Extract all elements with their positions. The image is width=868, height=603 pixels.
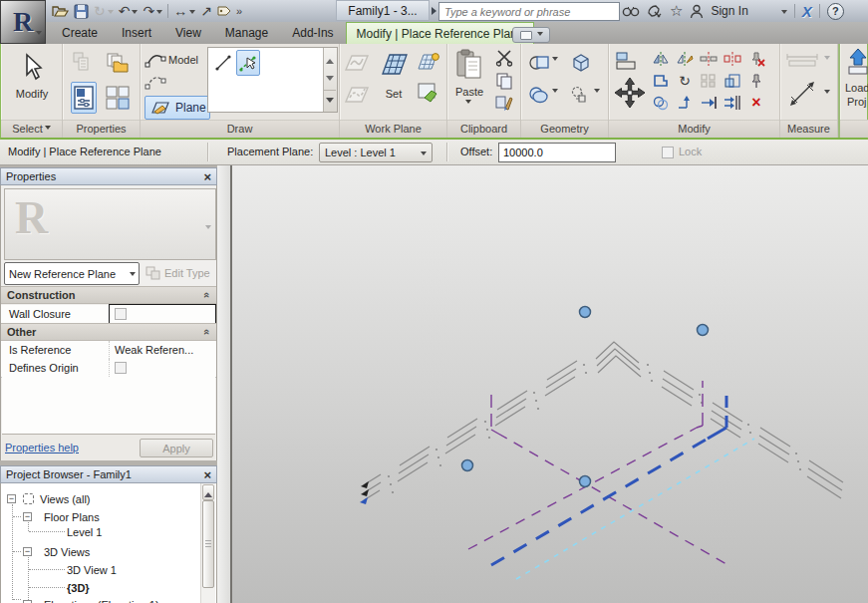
move-icon[interactable] (611, 76, 649, 114)
offset-icon[interactable] (651, 94, 671, 112)
cut-geometry-icon[interactable] (527, 52, 551, 74)
search-icon[interactable] (622, 2, 640, 20)
cope-geometry-icon[interactable] (569, 84, 593, 106)
scroll-up-icon[interactable] (202, 484, 214, 500)
gallery-expand-icon[interactable] (324, 90, 336, 113)
copy-icon[interactable] (493, 71, 515, 91)
ribbon-state-toggle[interactable] (512, 27, 550, 43)
properties-help-link[interactable]: Properties help (5, 442, 79, 453)
aligned-dimension-icon[interactable]: ↗ (200, 2, 212, 20)
uncut-caret-icon[interactable] (552, 89, 558, 96)
gallery-scroll-down-icon[interactable] (324, 69, 336, 91)
scrollbar-thumb[interactable] (202, 500, 214, 588)
properties-close-icon[interactable]: × (203, 170, 211, 183)
cope-icon[interactable] (651, 72, 671, 90)
viewer-button[interactable] (416, 80, 441, 104)
tab-view[interactable]: View (163, 22, 213, 44)
save-icon[interactable] (74, 2, 89, 20)
rotate-icon[interactable]: ↻ (675, 72, 695, 90)
tree-item-3d-view-1[interactable]: 3D View 1 (67, 561, 117, 578)
drawing-area[interactable] (217, 165, 868, 603)
modify-button[interactable] (17, 50, 47, 84)
collapse-chevron-icon-2[interactable]: « (201, 329, 213, 335)
paste-button[interactable] (453, 47, 485, 83)
node-handle[interactable] (698, 325, 709, 336)
multi-align-icon[interactable] (723, 94, 742, 112)
family-types-button[interactable] (71, 48, 97, 78)
qat-expand-icon[interactable]: » (236, 2, 242, 20)
split-element-icon[interactable] (699, 50, 719, 68)
sign-in-button[interactable]: Sign In (711, 4, 747, 18)
pick-lines-tool[interactable] (236, 50, 260, 76)
search-box[interactable] (438, 2, 620, 21)
model-view-3d[interactable] (232, 165, 868, 603)
open-icon[interactable] (52, 2, 69, 20)
collapse-box-icon[interactable]: − (23, 547, 32, 556)
application-menu-button[interactable]: R (0, 0, 46, 44)
panel-label-properties[interactable]: Properties (63, 120, 140, 138)
node-handle[interactable] (580, 307, 591, 318)
set-button-label[interactable]: Set (378, 88, 410, 100)
node-handle[interactable] (462, 460, 473, 471)
new-family-button[interactable] (105, 48, 131, 78)
is-reference-value[interactable]: Weak Referen... (109, 341, 216, 359)
collapse-chevron-icon[interactable]: « (201, 292, 213, 298)
move-to-level-icon[interactable] (675, 94, 695, 112)
align-to-wall-icon[interactable] (699, 94, 719, 112)
mirror-draw-axis-icon[interactable] (675, 50, 695, 68)
type-preview[interactable]: R (4, 188, 216, 260)
paste-caret-icon[interactable] (465, 100, 471, 107)
project-browser-header[interactable]: Project Browser - Family1 × (0, 465, 217, 483)
sync-icon[interactable]: ↻ (94, 2, 114, 20)
exchange-apps-icon[interactable]: X (802, 3, 812, 20)
family-category-button[interactable] (105, 82, 131, 114)
tab-manage[interactable]: Manage (213, 22, 280, 44)
project-browser-close-icon[interactable]: × (203, 468, 211, 481)
sync-dropdown-icon[interactable] (108, 10, 114, 17)
offset-input[interactable] (498, 143, 616, 162)
undo-icon[interactable]: ↶ (119, 2, 139, 20)
plane-button[interactable]: Plane (145, 96, 210, 120)
type-selector[interactable]: New Reference Plane (4, 262, 140, 285)
panel-label-geometry[interactable]: Geometry (521, 120, 608, 138)
tree-item-3d-views[interactable]: − 3D Views (23, 543, 90, 560)
placement-plane-select[interactable]: Level : Level 1 (319, 143, 433, 162)
redo-icon[interactable]: ↷ (143, 2, 162, 20)
tab-modify-place-reference-plane[interactable]: Modify | Place Reference Plane (346, 22, 535, 44)
communication-center-icon[interactable] (647, 2, 663, 20)
delete-icon[interactable]: × (746, 94, 766, 112)
align-icon[interactable] (613, 50, 639, 72)
panel-label-select[interactable]: Select (1, 120, 62, 138)
undo-dropdown-icon[interactable] (132, 10, 138, 17)
wall-closure-checkbox[interactable] (115, 308, 127, 320)
model-line-icon[interactable] (145, 52, 166, 68)
favorites-star-icon[interactable]: ☆ (670, 2, 683, 20)
gallery-scroll-up-icon[interactable] (324, 48, 336, 70)
modify-button-label[interactable]: Modify (1, 88, 63, 100)
mirror-pick-axis-icon[interactable] (651, 50, 671, 68)
unpin-icon[interactable] (746, 50, 766, 68)
tab-add-ins[interactable]: Add-Ins (280, 22, 345, 44)
node-handle[interactable] (580, 476, 591, 487)
load-button-label-2[interactable]: Proj (840, 96, 868, 108)
search-input[interactable] (442, 3, 618, 20)
properties-header[interactable]: Properties × (0, 167, 217, 185)
tab-insert[interactable]: Insert (110, 22, 163, 44)
scale-icon[interactable] (723, 72, 742, 90)
tag-icon[interactable] (217, 2, 231, 20)
defines-origin-checkbox[interactable] (115, 362, 127, 374)
show-work-plane-button[interactable] (416, 50, 441, 74)
draw-line-tool[interactable] (212, 52, 234, 74)
symbolic-line-icon[interactable] (145, 74, 166, 90)
project-browser-scrollbar[interactable] (200, 483, 215, 603)
model-button[interactable]: Model (168, 54, 198, 66)
tab-create[interactable]: Create (50, 22, 110, 44)
tree-item-elevations[interactable]: − Elevations (Elevation 1) (23, 596, 159, 603)
group-other[interactable]: Other « (1, 323, 216, 341)
panel-label-measure[interactable]: Measure (780, 120, 837, 138)
sign-in-dropdown-icon[interactable] (781, 10, 787, 17)
panel-label-draw[interactable]: Draw (141, 120, 339, 138)
redo-dropdown-icon[interactable] (156, 10, 162, 17)
measure-dropdown-icon[interactable] (189, 10, 195, 17)
help-icon[interactable]: ? (827, 3, 844, 20)
